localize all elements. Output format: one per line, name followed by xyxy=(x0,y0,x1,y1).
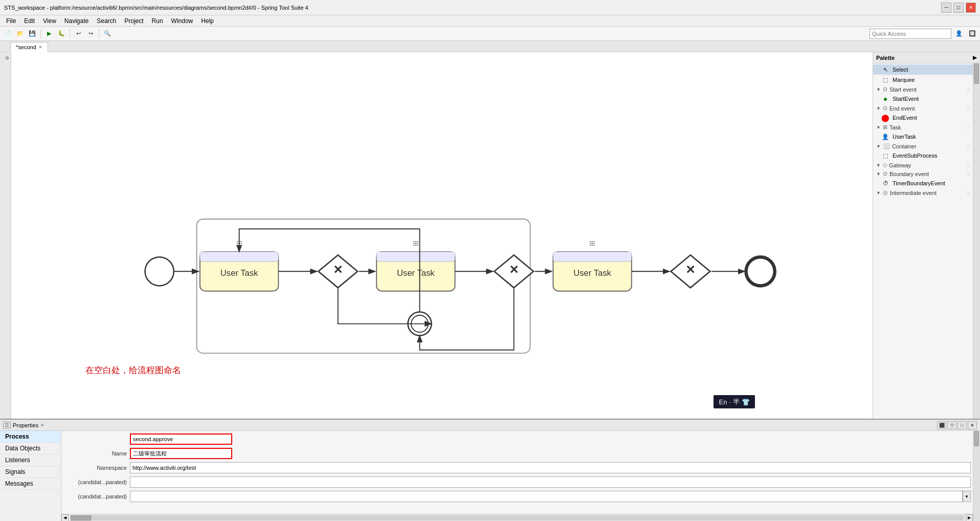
tb-separator-3 xyxy=(99,29,99,38)
container-collapse[interactable]: ○ xyxy=(967,144,970,149)
props-close-button[interactable]: ✕ xyxy=(968,421,977,429)
tb-icon2[interactable]: 🔲 xyxy=(967,28,978,39)
props-form: id Name Namespace (candidat...parated) xyxy=(61,431,973,514)
properties-header: ☰ Properties ✕ ⬛ ▽ □ ✕ xyxy=(0,420,980,431)
tb-save-button[interactable]: 💾 xyxy=(27,28,38,39)
start-event-section-icon: ⊙ xyxy=(883,86,887,93)
props-icon1[interactable]: ⬛ xyxy=(937,421,946,429)
ime-en: En xyxy=(719,398,727,406)
palette-item-user-task[interactable]: 👤 UserTask xyxy=(873,132,973,142)
menu-help[interactable]: Help xyxy=(197,16,218,26)
properties-tab-x[interactable]: ✕ xyxy=(40,423,44,428)
palette-section-boundary-event[interactable]: ▼ ⊙ Boundary event ○ xyxy=(873,169,973,178)
props-nav-data-objects[interactable]: Data Objects xyxy=(0,443,61,454)
end-event-collapse[interactable]: ○ xyxy=(967,106,970,111)
gateway-collapse[interactable]: ○ xyxy=(967,163,970,168)
task2-icon: ⊞ xyxy=(413,239,419,247)
props-input-cand1[interactable] xyxy=(130,476,971,488)
props-scroll-right[interactable]: ▶ xyxy=(966,514,973,522)
maximize-button[interactable]: □ xyxy=(953,3,964,13)
tb-icon1[interactable]: 👤 xyxy=(953,28,965,39)
canvas-area[interactable]: ⊞ User Task ✕ ⊞ User Task ✕ ⊞ User Task … xyxy=(11,52,873,419)
props-right-scrollbar[interactable] xyxy=(973,431,980,521)
bpmn-diagram: ⊞ User Task ✕ ⊞ User Task ✕ ⊞ User Task … xyxy=(11,52,873,419)
palette-item-timer-boundary[interactable]: ⏱ TimerBoundaryEvent xyxy=(873,178,973,188)
tb-redo-button[interactable]: ↪ xyxy=(85,28,96,39)
minimize-button[interactable]: ─ xyxy=(941,3,951,13)
menu-run[interactable]: Run xyxy=(148,16,167,26)
properties-title: Properties xyxy=(13,422,38,428)
palette-scrollbar[interactable] xyxy=(973,63,980,419)
menu-edit[interactable]: Edit xyxy=(20,16,39,26)
palette-section-intermediate-event[interactable]: ▼ ◎ Intermediate event ○ xyxy=(873,188,973,197)
palette-collapse-icon[interactable]: ▶ xyxy=(973,55,977,60)
event-subprocess-icon: ⬚ xyxy=(881,151,889,160)
tb-search-button[interactable]: 🔍 xyxy=(102,28,113,39)
boundary-section-icon: ⊙ xyxy=(883,170,887,177)
tb-open-button[interactable]: 📁 xyxy=(14,28,26,39)
palette-section-end-event[interactable]: ▼ ⊙ End event ○ xyxy=(873,104,973,113)
task1-label: User Task xyxy=(220,268,258,278)
palette-section-container[interactable]: ▼ ⬜ Container ○ xyxy=(873,142,973,150)
tb-debug-button[interactable]: 🐛 xyxy=(56,28,67,39)
intermediate-collapse[interactable]: ○ xyxy=(967,190,970,196)
props-nav-listeners[interactable]: Listeners xyxy=(0,454,61,466)
end-event-section-icon: ⊙ xyxy=(883,105,887,112)
props-nav-signals[interactable]: Signals xyxy=(0,466,61,478)
menu-view[interactable]: View xyxy=(39,16,60,26)
props-nav-messages[interactable]: Messages xyxy=(0,478,61,490)
palette-item-marquee[interactable]: ⬚ Marquee xyxy=(873,75,973,85)
task3-header xyxy=(553,252,631,262)
palette-scroll-thumb[interactable] xyxy=(974,63,979,84)
palette-section-start-event[interactable]: ▼ ⊙ Start event ○ xyxy=(873,85,973,94)
intermediate-section-icon: ◎ xyxy=(883,189,888,196)
menu-file[interactable]: File xyxy=(2,16,20,26)
props-row-id: id xyxy=(63,433,971,445)
app-title: STS_workspace - platform:/resource/activ… xyxy=(4,5,308,11)
palette-item-select[interactable]: ↖ Select xyxy=(873,64,973,75)
palette-section-gateway[interactable]: ▼ ◇ Gateway ○ xyxy=(873,161,973,169)
ime-half: 半 xyxy=(733,397,740,406)
menu-project[interactable]: Project xyxy=(120,16,147,26)
menu-window[interactable]: Window xyxy=(167,16,197,26)
palette-section-task[interactable]: ▼ ⊞ Task ○ xyxy=(873,123,973,132)
props-input-id[interactable] xyxy=(130,433,232,445)
props-input-name[interactable] xyxy=(130,448,232,459)
menu-search[interactable]: Search xyxy=(93,16,120,26)
palette-item-start-event[interactable]: ● StartEvent xyxy=(873,94,973,104)
quick-access-area: 👤 🔲 xyxy=(870,28,978,39)
props-main: id Name Namespace (candidat...parated) xyxy=(61,431,973,521)
props-input-cand2[interactable] xyxy=(130,491,963,502)
props-row-cand2: (candidat...parated) ▼ xyxy=(63,490,971,503)
start-event-collapse[interactable]: ○ xyxy=(967,87,970,92)
tb-undo-button[interactable]: ↩ xyxy=(73,28,84,39)
boundary-section-arrow: ▼ xyxy=(876,171,881,177)
tb-run-button[interactable]: ▶ xyxy=(43,28,55,39)
palette-item-end-event[interactable]: ⬤ EndEvent xyxy=(873,113,973,123)
close-button[interactable]: ✕ xyxy=(966,3,976,13)
tb-new-button[interactable]: 📄 xyxy=(2,28,13,39)
task2-label: User Task xyxy=(397,268,435,278)
boundary-collapse[interactable]: ○ xyxy=(967,171,970,177)
task3-icon: ⊞ xyxy=(589,239,595,247)
props-scrollbar[interactable] xyxy=(71,515,964,520)
palette-item-event-subprocess[interactable]: ⬚ EventSubProcess xyxy=(873,150,973,161)
start-event-section-arrow: ▼ xyxy=(876,87,881,92)
start-event[interactable] xyxy=(145,257,174,286)
props-nav-process[interactable]: Process xyxy=(0,431,61,443)
quick-access-input[interactable] xyxy=(870,29,951,39)
end-event[interactable] xyxy=(746,257,775,286)
menu-navigate[interactable]: Navigate xyxy=(60,16,93,26)
props-cand2-dropdown[interactable]: ▼ xyxy=(963,491,971,502)
props-icon3[interactable]: □ xyxy=(957,421,967,429)
left-sidebar: ⚙ xyxy=(0,52,11,419)
palette-marquee-label: Marquee xyxy=(893,77,915,83)
props-input-namespace[interactable] xyxy=(130,462,971,473)
task-collapse[interactable]: ○ xyxy=(967,125,970,130)
props-icon2[interactable]: ▽ xyxy=(947,421,956,429)
gateway-section-icon: ◇ xyxy=(883,162,887,168)
props-scroll-left[interactable]: ◀ xyxy=(61,514,69,522)
editor-tab[interactable]: *second ✕ xyxy=(10,42,48,52)
tab-close-icon[interactable]: ✕ xyxy=(38,45,42,50)
container-section-arrow: ▼ xyxy=(876,144,881,149)
